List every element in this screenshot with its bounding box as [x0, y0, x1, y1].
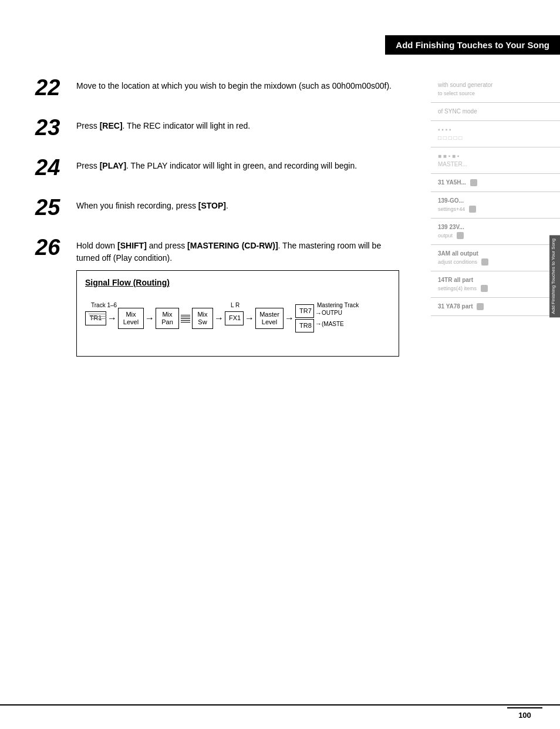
step-22: 22 Move to the location at which you wis…: [35, 76, 399, 99]
step-24: 24 Press [PLAY]. The PLAY indicator will…: [35, 156, 399, 179]
header-title: Add Finishing Touches to Your Song: [396, 40, 549, 50]
sidebar-section-2: of SYNC mode: [431, 103, 560, 121]
step-26-key2: [MASTERING (CD-RW)]: [187, 241, 278, 250]
sidebar-section-3: ▪ ▪ ▪ ▪□ □ □ □ □: [431, 121, 560, 147]
bottom-divider: [0, 704, 560, 706]
sidebar-text-8: 3AM all output adjust conditions: [438, 250, 553, 266]
track-stack-lines: [87, 314, 106, 319]
sidebar-text-5: 31 YA5H...: [438, 179, 553, 187]
step-24-key: [PLAY]: [100, 161, 126, 170]
track-label: Track 1–6: [91, 301, 117, 310]
tr7-tr8-group: TR7 TR8: [295, 304, 314, 332]
output-line2: → (MASTE: [315, 319, 344, 329]
step-23-key: [REC]: [100, 121, 123, 130]
sidebar-section-9: 14TR all part settings(4) items: [431, 271, 560, 298]
main-content: 22 Move to the location at which you wis…: [35, 76, 399, 374]
step-24-content: Press [PLAY]. The PLAY indicator will li…: [76, 156, 399, 172]
sidebar-section-7: 139 23V... output: [431, 219, 560, 245]
sidebar-text-10: 31 YA78 part: [438, 303, 553, 311]
sidebar-section-4: ■ ■ ▪ ■ ▪MASTER...: [431, 147, 560, 174]
sidebar-text-4: ■ ■ ▪ ■ ▪MASTER...: [438, 152, 553, 169]
step-24-number: 24: [35, 156, 70, 179]
mix-level-box: MixLevel: [118, 308, 144, 329]
sidebar-text-1: with sound generator to select source: [438, 81, 553, 98]
tr8-box: TR8: [295, 319, 314, 332]
step-26: 26 Hold down [SHIFT] and press [MASTERIN…: [35, 236, 399, 357]
output-arrows: → OUTPU → (MASTE: [315, 308, 344, 329]
sidebar-section-1: with sound generator to select source: [431, 76, 560, 103]
step-25-key: [STOP]: [198, 201, 226, 210]
step-26-number: 26: [35, 236, 70, 258]
step-23-content: Press [REC]. The REC indicator will ligh…: [76, 116, 399, 132]
signal-flow-diagram: Track 1–6 L R Mastering Track TR1 → MixL…: [85, 301, 390, 348]
output-text2: (MASTE: [322, 320, 344, 328]
page-number: 100: [507, 707, 542, 720]
vertical-tab[interactable]: Add Finishing Touches to Your Song: [549, 235, 560, 317]
step-22-number: 22: [35, 76, 70, 99]
tr7-box: TR7: [295, 304, 314, 318]
step-23-number: 23: [35, 116, 70, 139]
arrow4: →: [244, 314, 255, 323]
right-sidebar: with sound generator to select source of…: [431, 76, 560, 316]
lr-label: L R: [231, 301, 239, 310]
step-23: 23 Press [REC]. The REC indicator will l…: [35, 116, 399, 139]
output-arrow2: →: [315, 319, 322, 329]
step-25-content: When you finish recording, press [STOP].: [76, 196, 399, 212]
fx1-box: FX1: [225, 311, 244, 325]
header-bar: Add Finishing Touches to Your Song: [385, 35, 560, 55]
sidebar-text-7: 139 23V... output: [438, 223, 553, 240]
step-25: 25 When you finish recording, press [STO…: [35, 196, 399, 219]
fader-lines: [179, 307, 192, 330]
sidebar-text-9: 14TR all part settings(4) items: [438, 276, 553, 293]
mix-pan-box: MixPan: [156, 308, 179, 329]
step-22-text: Move to the location at which you wish t…: [76, 81, 392, 90]
master-level-box: MasterLevel: [255, 308, 284, 329]
sidebar-section-5: 31 YA5H...: [431, 174, 560, 192]
mastering-label: Mastering Track: [317, 301, 359, 310]
arrow3: →: [213, 314, 225, 323]
mix-sw-box: MixSw: [192, 308, 213, 329]
sidebar-section-8: 3AM all output adjust conditions: [431, 245, 560, 271]
sidebar-text-6: 139-GO... settings+44: [438, 197, 553, 213]
arrow5: →: [284, 314, 295, 323]
output-text1: OUTPU: [322, 308, 342, 317]
step-26-key1: [SHIFT]: [117, 241, 147, 250]
vertical-tab-text: Add Finishing Touches to Your Song: [551, 238, 556, 314]
sidebar-section-6: 139-GO... settings+44: [431, 192, 560, 219]
arrow1: →: [106, 314, 118, 323]
arrow2: →: [144, 314, 156, 323]
signal-flow-box: Signal Flow (Routing) Track 1–6 L R Mast…: [76, 270, 399, 357]
signal-flow-title: Signal Flow (Routing): [85, 277, 390, 289]
step-22-content: Move to the location at which you wish t…: [76, 76, 399, 92]
sidebar-text-2: of SYNC mode: [438, 107, 553, 116]
step-25-number: 25: [35, 196, 70, 219]
sidebar-section-10: 31 YA78 part: [431, 298, 560, 316]
step-26-content: Hold down [SHIFT] and press [MASTERING (…: [76, 236, 399, 357]
sidebar-text-3: ▪ ▪ ▪ ▪□ □ □ □ □: [438, 126, 553, 142]
